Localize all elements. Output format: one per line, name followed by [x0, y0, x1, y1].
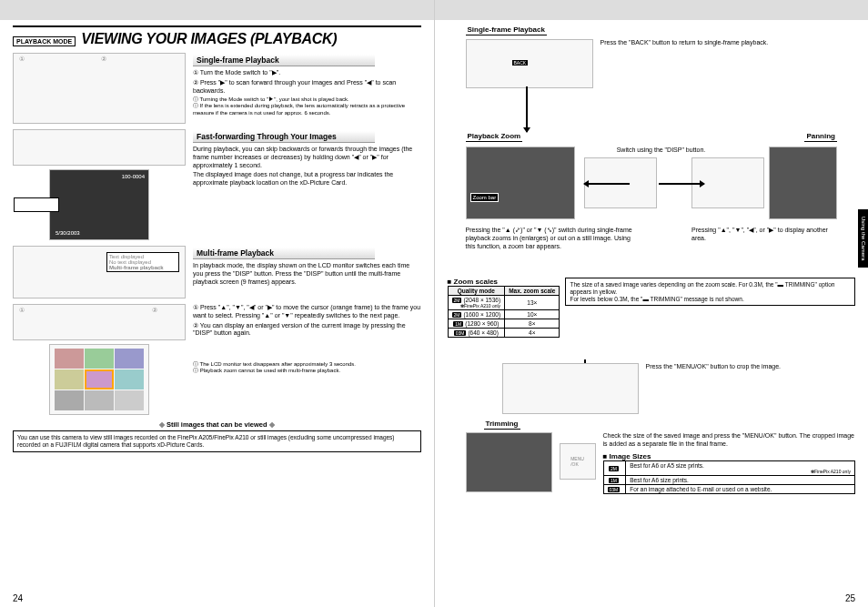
- illustration-ok-button: MENU/OK: [560, 443, 596, 480]
- table-row: 1MBest for A6 size prints.: [603, 475, 855, 484]
- note: Turning the Mode switch to "▶", your las…: [193, 96, 421, 103]
- pan-text: Pressing "▲", "▼", "◀", or "▶" to displa…: [691, 227, 837, 243]
- note: The LCD monitor text disappears after ap…: [193, 361, 421, 368]
- trim-text: Check the size of the saved image and pr…: [603, 432, 856, 449]
- illustration-lcd: Playback frame number 100-0004 5/30/2003: [49, 169, 149, 240]
- multi-frame-text: In playback mode, the display shown on t…: [193, 262, 421, 286]
- back-label: BACK: [512, 60, 529, 66]
- pz-text: Pressing the "▲ (⤢)" or "▼ (⤡)" switch d…: [466, 227, 639, 250]
- single-frame-text: ① Turn the Mode switch to "▶". ② Press "…: [193, 69, 421, 95]
- page-number: 24: [13, 593, 23, 603]
- switch-text: Switch using the "DISP" button.: [584, 147, 739, 155]
- table-row: 1M(1280 × 960)8×: [448, 319, 560, 329]
- fast-forward-text: During playback, you can skip backwards …: [193, 146, 421, 187]
- callout-frame-number: Playback frame number: [14, 197, 59, 212]
- heading-single-frame: Single-frame Playback: [193, 55, 375, 66]
- image-sizes-table: 2MBest for A6 or A5 size prints.✽FinePix…: [603, 460, 856, 494]
- page-number: 25: [845, 593, 855, 603]
- still-images-heading: Still images that can be viewed: [13, 420, 421, 429]
- illustration-dpad: ① ②: [13, 304, 186, 340]
- heading-image-sizes: Image Sizes: [603, 452, 856, 460]
- heading-zoom-scales: Zoom scales: [448, 278, 560, 286]
- heading-panning: Panning: [804, 132, 837, 142]
- sfp-text: Press the "BACK" button to return to sin…: [601, 39, 856, 88]
- zoom-scale-note: The size of a saved image varies dependi…: [565, 278, 855, 306]
- title-row: PLAYBACK MODE VIEWING YOUR IMAGES (PLAYB…: [13, 31, 421, 47]
- page-title: VIEWING YOUR IMAGES (PLAYBACK): [81, 31, 337, 47]
- note: Playback zoom cannot be used with multi-…: [193, 368, 421, 374]
- zoom-bar-label: Zoom bar: [470, 193, 500, 202]
- page-left: PLAYBACK MODE VIEWING YOUR IMAGES (PLAYB…: [0, 0, 435, 607]
- table-row: 03M(640 × 480)4×: [448, 329, 560, 338]
- callout-disp-states: Text displayed No text displayed Multi-f…: [106, 252, 179, 272]
- illustration-trimming: [466, 432, 552, 492]
- note: If the lens is extended during playback,…: [193, 103, 421, 116]
- page-right: Using the Camera Single-frame Playback B…: [435, 0, 869, 607]
- heading-multi-frame: Multi-frame Playback: [193, 248, 375, 259]
- multi-frame-steps: ① Press "▲", "▼", "◀" or "▶" to move the…: [193, 304, 421, 338]
- header-bar: [435, 0, 869, 20]
- illustration-back-button: BACK: [466, 39, 593, 88]
- still-images-box: You can use this camera to view still im…: [13, 430, 421, 452]
- heading-playback-zoom: Playback Zoom: [466, 132, 523, 142]
- illustration-disp-toggle: Text displayed No text displayed Multi-f…: [13, 246, 186, 298]
- flow-diagram: Playback Zoom Panning Zoom bar Switch us…: [448, 94, 856, 276]
- illustration-zoom: Zoom bar: [466, 147, 575, 219]
- illustration-pan: [769, 147, 837, 219]
- mode-badge: PLAYBACK MODE: [13, 36, 76, 46]
- illustration-menu-ok: [502, 363, 639, 414]
- illustration-arrows: [13, 129, 186, 166]
- heading-fast-forward: Fast-forwarding Through Your Images: [193, 131, 375, 143]
- crop-text: Press the "MENU/OK" button to crop the i…: [646, 363, 856, 414]
- table-row: 03MFor an image attached to E-mail or us…: [603, 484, 855, 493]
- zoom-scales-table: Quality modeMax. zoom scale 2M(2048 × 15…: [448, 286, 560, 338]
- table-row: 2M(1600 × 1200)10×: [448, 310, 560, 319]
- heading-trimming: Trimming: [484, 420, 520, 430]
- table-row: 2MBest for A6 or A5 size prints.✽FinePix…: [603, 460, 855, 475]
- illustration-grid: [49, 344, 149, 415]
- table-row: 2M(2048 × 1536)✽FinePix A210 only13×: [448, 296, 560, 310]
- heading-sfp: Single-frame Playback: [466, 25, 547, 35]
- illustration-dial: ① ②: [13, 53, 186, 124]
- header-bar: [0, 0, 434, 20]
- side-tab: Using the Camera: [858, 209, 868, 268]
